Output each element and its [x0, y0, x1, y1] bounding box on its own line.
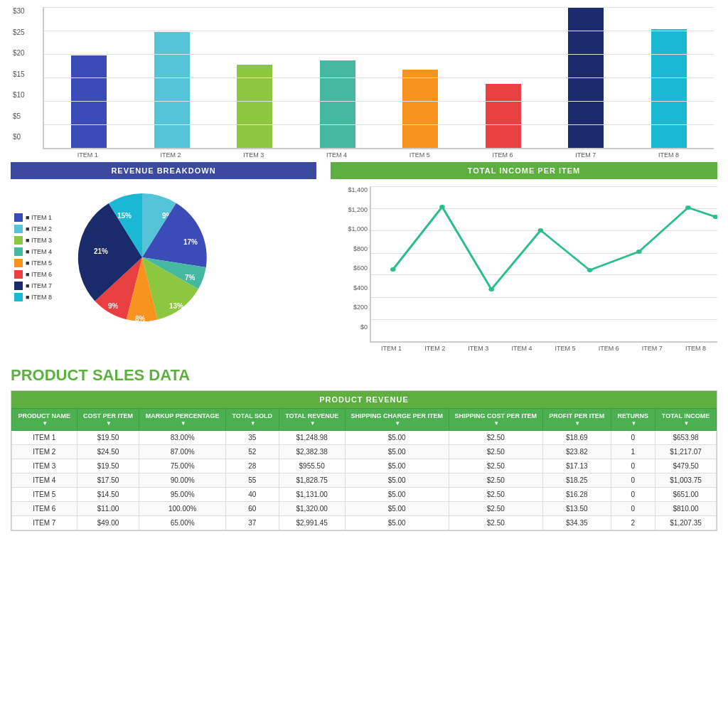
filter-icon-sold[interactable]: ▼: [250, 420, 256, 427]
pie-label-3: 7%: [185, 274, 196, 282]
filter-icon-ship-cost[interactable]: ▼: [493, 420, 499, 427]
cell-revenue-3: $955.50: [279, 459, 345, 473]
legend-item-8: ■ ITEM 8: [14, 293, 64, 301]
product-sales-section: PRODUCT SALES DATA PRODUCT REVENUE PRODU…: [0, 359, 728, 542]
cell-cost-3: $19.50: [77, 459, 139, 473]
line-chart-area: [370, 186, 717, 343]
dot-7: [685, 205, 691, 210]
cell-returns-1: 0: [611, 431, 655, 445]
pie-label-7: 21%: [94, 247, 108, 255]
legend-item-7: ■ ITEM 7: [14, 282, 64, 290]
bar-xlabel-7: ITEM 7: [545, 151, 628, 159]
cell-income-7: $1,207.35: [655, 516, 717, 530]
legend-color-3: [14, 236, 23, 245]
cell-profit-7: $34.35: [542, 516, 611, 530]
bar-x-labels: ITEM 1 ITEM 2 ITEM 3 ITEM 4 ITEM 5 ITEM …: [43, 151, 714, 159]
th-profit[interactable]: PROFIT PER ITEM ▼: [542, 409, 611, 431]
filter-icon-cost[interactable]: ▼: [106, 420, 112, 427]
th-total-sold[interactable]: TOTAL SOLD ▼: [225, 409, 279, 431]
cell-sold-2: 52: [225, 445, 279, 459]
pie-label-4: 13%: [169, 302, 183, 310]
filter-icon-ship-charge[interactable]: ▼: [395, 420, 400, 427]
cell-markup-2: 87.00%: [139, 445, 225, 459]
cell-returns-2: 1: [611, 445, 655, 459]
line-chart-svg: [371, 186, 717, 343]
line-chart-wrapper: $1,400 $1,200 $1,000 $800 $600 $400 $200…: [331, 186, 717, 352]
cell-shipcharge-6: $5.00: [345, 502, 449, 516]
dot-1: [390, 267, 396, 272]
legend-item-2: ■ ITEM 2: [14, 225, 64, 233]
th-total-income[interactable]: TOTAL INCOME ▼: [655, 409, 717, 431]
th-product-name[interactable]: PRODUCT NAME ▼: [12, 409, 77, 431]
pie-label-2: 17%: [183, 238, 198, 246]
legend-color-7: [14, 282, 23, 290]
table-title: PRODUCT REVENUE: [11, 391, 717, 408]
pie-label-5: 8%: [135, 315, 146, 323]
bar-group-8: [628, 29, 711, 148]
bar-xlabel-6: ITEM 6: [461, 151, 545, 159]
th-cost-per-item[interactable]: COST PER ITEM ▼: [77, 409, 139, 431]
bar-8: [651, 29, 687, 148]
page: $30 $25 $20 $15 $10 $5 $0: [0, 0, 728, 728]
cell-profit-1: $18.69: [542, 431, 611, 445]
cell-shipcost-5: $2.50: [449, 488, 542, 502]
th-shipping-cost[interactable]: SHIPPING COST PER ITEM ▼: [449, 409, 542, 431]
bar-group-6: [462, 84, 545, 148]
legend-color-5: [14, 259, 23, 267]
bar-1: [71, 55, 107, 148]
line-chart-polyline: [393, 207, 716, 289]
cell-revenue-1: $1,248.98: [279, 431, 345, 445]
product-table: PRODUCT NAME ▼ COST PER ITEM ▼ MARKUP PE…: [11, 408, 717, 530]
filter-icon-markup[interactable]: ▼: [181, 420, 186, 427]
cell-profit-3: $17.13: [542, 459, 611, 473]
cell-shipcharge-5: $5.00: [345, 488, 449, 502]
cell-shipcost-1: $2.50: [449, 431, 542, 445]
legend-item-5: ■ ITEM 5: [14, 259, 64, 267]
bar-chart-section: $30 $25 $20 $15 $10 $5 $0: [0, 0, 728, 162]
cell-returns-7: 2: [611, 516, 655, 530]
filter-icon-returns[interactable]: ▼: [631, 420, 636, 427]
bar-group-4: [296, 60, 380, 148]
pie-chart: 9% 17% 7% 13% 8%: [71, 186, 213, 328]
th-markup[interactable]: MARKUP PERCENTAGE ▼: [139, 409, 225, 431]
bar-group-5: [379, 70, 462, 148]
pie-section: ■ ITEM 1 ■ ITEM 2 ■ ITEM 3 ■ ITEM 4: [11, 179, 316, 336]
line-y-labels: $1,400 $1,200 $1,000 $800 $600 $400 $200…: [331, 186, 368, 331]
cell-name-7: ITEM 7: [12, 516, 77, 530]
total-income-header: TOTAL INCOME PER ITEM: [331, 162, 717, 179]
filter-icon-total-income[interactable]: ▼: [684, 420, 690, 427]
cell-returns-3: 0: [611, 459, 655, 473]
cell-sold-5: 40: [225, 488, 279, 502]
table-row: ITEM 5 $14.50 95.00% 40 $1,131.00 $5.00 …: [12, 488, 717, 502]
total-income-section: TOTAL INCOME PER ITEM $1,400 $1,200 $1,0…: [323, 162, 724, 359]
legend-item-1: ■ ITEM 1: [14, 213, 64, 222]
th-total-revenue[interactable]: TOTAL REVENUE ▼: [279, 409, 345, 431]
filter-icon-profit[interactable]: ▼: [574, 420, 580, 427]
cell-sold-6: 60: [225, 502, 279, 516]
cell-income-1: $653.98: [655, 431, 717, 445]
bar-xlabel-5: ITEM 5: [378, 151, 461, 159]
cell-shipcharge-3: $5.00: [345, 459, 449, 473]
pie-label-8: 15%: [117, 212, 132, 220]
cell-shipcost-4: $2.50: [449, 473, 542, 488]
bar-4: [320, 60, 355, 148]
cell-shipcost-6: $2.50: [449, 502, 542, 516]
th-returns[interactable]: RETURNS ▼: [611, 409, 655, 431]
cell-name-4: ITEM 4: [12, 473, 77, 488]
product-sales-title: PRODUCT SALES DATA: [11, 366, 717, 385]
table-row: ITEM 7 $49.00 65.00% 37 $2,991.45 $5.00 …: [12, 516, 717, 530]
table-body: ITEM 1 $19.50 83.00% 35 $1,248.98 $5.00 …: [12, 431, 717, 530]
cell-shipcharge-4: $5.00: [345, 473, 449, 488]
bar-xlabel-8: ITEM 8: [627, 151, 710, 159]
table-row: ITEM 3 $19.50 75.00% 28 $955.50 $5.00 $2…: [12, 459, 717, 473]
cell-sold-1: 35: [225, 431, 279, 445]
th-shipping-charge[interactable]: SHIPPING CHARGE PER ITEM ▼: [345, 409, 449, 431]
filter-icon-name[interactable]: ▼: [42, 420, 48, 427]
gridline: [44, 54, 714, 55]
cell-returns-5: 0: [611, 488, 655, 502]
cell-cost-6: $11.00: [77, 502, 139, 516]
filter-icon-revenue[interactable]: ▼: [310, 420, 316, 427]
cell-revenue-4: $1,828.75: [279, 473, 345, 488]
legend-item-6: ■ ITEM 6: [14, 270, 64, 279]
cell-profit-6: $13.50: [542, 502, 611, 516]
